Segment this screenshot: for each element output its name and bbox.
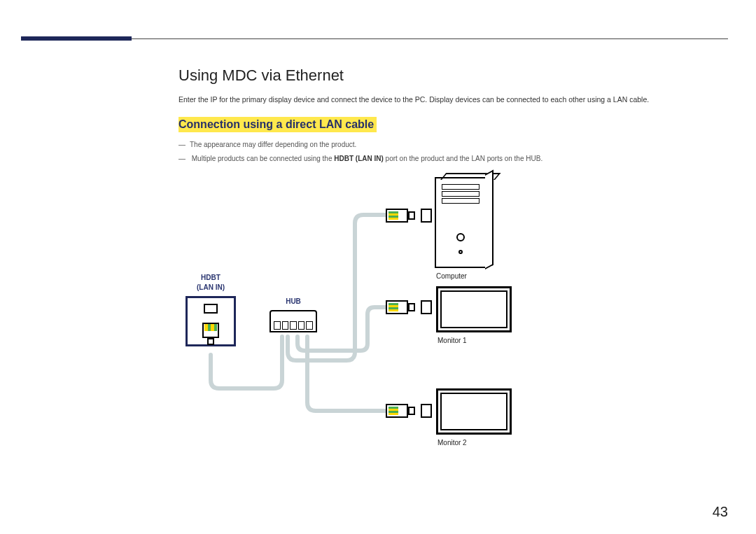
hdbt-label-line1: HDBT [184, 274, 237, 281]
monitor2-icon [436, 388, 512, 435]
section-title: Using MDC via Ethernet [178, 66, 728, 85]
rj45-plug-computer [386, 209, 416, 223]
jack-monitor2 [421, 404, 432, 418]
monitor1-label: Monitor 1 [438, 337, 467, 344]
note2-post: port on the product and the LAN ports on… [384, 155, 542, 162]
hub-label: HUB [270, 297, 317, 305]
rj45-plug-monitor1 [386, 300, 416, 314]
note2-bold: HDBT (LAN IN) [334, 155, 384, 162]
monitor2-label: Monitor 2 [438, 439, 467, 447]
network-hub [270, 310, 317, 332]
header-rule [132, 38, 728, 39]
connection-diagram: HDBT (LAN IN) HUB Computer [164, 170, 556, 464]
monitor1-icon [436, 286, 512, 332]
hdbt-label-line2: (LAN IN) [184, 283, 237, 291]
intro-text: Enter the IP for the primary display dev… [178, 94, 728, 106]
computer-tower-icon [435, 177, 486, 268]
note2-pre: Multiple products can be connected using… [192, 155, 334, 162]
note-line-1: The appearance may differ depending on t… [178, 139, 728, 150]
jack-monitor1 [421, 300, 432, 314]
computer-label: Computer [436, 272, 467, 280]
subsection-title: Connection using a direct LAN cable [178, 117, 377, 132]
header-accent-bar [21, 36, 132, 41]
jack-computer [421, 209, 432, 223]
page-number: 43 [713, 504, 728, 520]
rj45-plug-monitor2 [386, 404, 416, 418]
rj45-plug-hdbt [200, 323, 221, 351]
hdbt-port-opening [204, 304, 218, 314]
note-line-2: Multiple products can be connected using… [178, 153, 728, 164]
